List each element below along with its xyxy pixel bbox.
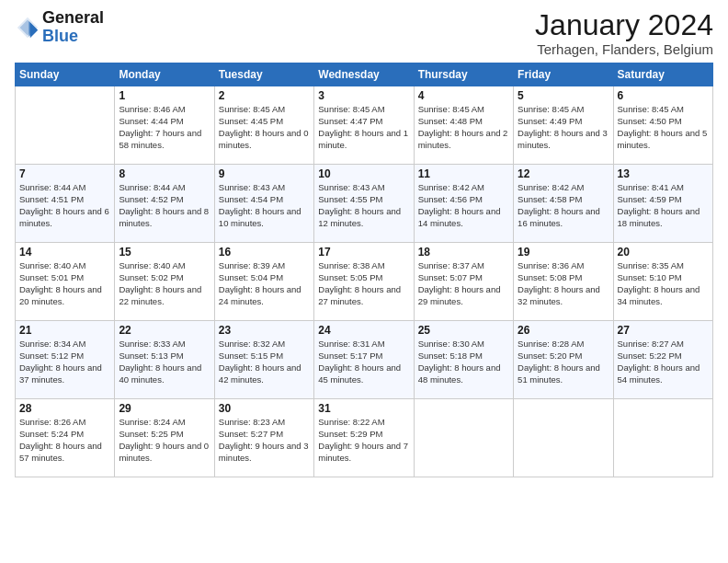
day-number: 21 <box>19 324 110 337</box>
day-number: 27 <box>618 324 709 337</box>
day-cell <box>16 86 115 165</box>
week-row-2: 7Sunrise: 8:44 AMSunset: 4:51 PMDaylight… <box>16 165 713 243</box>
day-info: Sunrise: 8:39 AMSunset: 5:04 PMDaylight:… <box>219 260 310 307</box>
col-header-thursday: Thursday <box>414 63 513 86</box>
day-number: 24 <box>318 324 409 337</box>
day-info: Sunrise: 8:38 AMSunset: 5:05 PMDaylight:… <box>318 260 409 307</box>
day-cell: 21Sunrise: 8:34 AMSunset: 5:12 PMDayligh… <box>16 321 115 399</box>
title-section: January 2024 Terhagen, Flanders, Belgium <box>535 9 713 57</box>
day-info: Sunrise: 8:22 AMSunset: 5:29 PMDaylight:… <box>318 417 409 464</box>
day-info: Sunrise: 8:44 AMSunset: 4:51 PMDaylight:… <box>19 182 110 229</box>
col-header-sunday: Sunday <box>16 63 115 86</box>
day-cell: 28Sunrise: 8:26 AMSunset: 5:24 PMDayligh… <box>16 399 115 477</box>
day-cell <box>414 399 513 477</box>
day-cell: 8Sunrise: 8:44 AMSunset: 4:52 PMDaylight… <box>115 165 214 243</box>
day-info: Sunrise: 8:46 AMSunset: 4:44 PMDaylight:… <box>119 104 210 151</box>
day-number: 4 <box>418 89 509 102</box>
day-info: Sunrise: 8:42 AMSunset: 4:56 PMDaylight:… <box>418 182 509 229</box>
day-info: Sunrise: 8:40 AMSunset: 5:01 PMDaylight:… <box>19 260 110 307</box>
day-number: 17 <box>318 246 409 259</box>
day-info: Sunrise: 8:31 AMSunset: 5:17 PMDaylight:… <box>318 339 409 385</box>
header-row: SundayMondayTuesdayWednesdayThursdayFrid… <box>16 63 713 86</box>
day-info: Sunrise: 8:34 AMSunset: 5:12 PMDaylight:… <box>19 339 110 385</box>
calendar-table: SundayMondayTuesdayWednesdayThursdayFrid… <box>15 63 713 477</box>
day-number: 6 <box>618 89 709 102</box>
day-info: Sunrise: 8:36 AMSunset: 5:08 PMDaylight:… <box>518 260 609 307</box>
day-info: Sunrise: 8:27 AMSunset: 5:22 PMDaylight:… <box>618 339 709 385</box>
col-header-tuesday: Tuesday <box>214 63 313 86</box>
logo-text: GeneralBlue <box>42 9 104 46</box>
day-number: 14 <box>19 246 110 259</box>
main-container: GeneralBlue January 2024 Terhagen, Fland… <box>0 0 728 487</box>
week-row-3: 14Sunrise: 8:40 AMSunset: 5:01 PMDayligh… <box>16 243 713 321</box>
logo: GeneralBlue <box>15 9 104 46</box>
day-number: 22 <box>119 324 210 337</box>
day-info: Sunrise: 8:45 AMSunset: 4:49 PMDaylight:… <box>518 104 609 151</box>
day-cell: 10Sunrise: 8:43 AMSunset: 4:55 PMDayligh… <box>314 165 414 243</box>
day-info: Sunrise: 8:45 AMSunset: 4:48 PMDaylight:… <box>418 104 509 151</box>
day-number: 11 <box>418 167 509 180</box>
day-info: Sunrise: 8:43 AMSunset: 4:54 PMDaylight:… <box>219 182 310 229</box>
day-info: Sunrise: 8:37 AMSunset: 5:07 PMDaylight:… <box>418 260 509 307</box>
day-number: 8 <box>119 167 210 180</box>
day-number: 5 <box>518 89 609 102</box>
day-number: 7 <box>19 167 110 180</box>
day-number: 9 <box>219 167 310 180</box>
day-info: Sunrise: 8:43 AMSunset: 4:55 PMDaylight:… <box>318 182 409 229</box>
day-cell: 15Sunrise: 8:40 AMSunset: 5:02 PMDayligh… <box>115 243 214 321</box>
day-cell: 9Sunrise: 8:43 AMSunset: 4:54 PMDaylight… <box>214 165 313 243</box>
day-cell: 5Sunrise: 8:45 AMSunset: 4:49 PMDaylight… <box>514 86 613 165</box>
day-number: 26 <box>518 324 609 337</box>
col-header-friday: Friday <box>514 63 613 86</box>
day-number: 13 <box>618 167 709 180</box>
day-number: 2 <box>219 89 310 102</box>
day-info: Sunrise: 8:44 AMSunset: 4:52 PMDaylight:… <box>119 182 210 229</box>
day-info: Sunrise: 8:35 AMSunset: 5:10 PMDaylight:… <box>618 260 709 307</box>
day-cell: 25Sunrise: 8:30 AMSunset: 5:18 PMDayligh… <box>414 321 513 399</box>
day-info: Sunrise: 8:32 AMSunset: 5:15 PMDaylight:… <box>219 339 310 385</box>
day-info: Sunrise: 8:45 AMSunset: 4:47 PMDaylight:… <box>318 104 409 151</box>
day-number: 20 <box>618 246 709 259</box>
day-cell: 31Sunrise: 8:22 AMSunset: 5:29 PMDayligh… <box>314 399 414 477</box>
day-number: 12 <box>518 167 609 180</box>
day-number: 25 <box>418 324 509 337</box>
day-number: 29 <box>119 402 210 415</box>
day-info: Sunrise: 8:28 AMSunset: 5:20 PMDaylight:… <box>518 339 609 385</box>
day-cell: 16Sunrise: 8:39 AMSunset: 5:04 PMDayligh… <box>214 243 313 321</box>
day-number: 1 <box>119 89 210 102</box>
day-number: 3 <box>318 89 409 102</box>
day-number: 15 <box>119 246 210 259</box>
day-number: 19 <box>518 246 609 259</box>
day-cell: 4Sunrise: 8:45 AMSunset: 4:48 PMDaylight… <box>414 86 513 165</box>
day-cell: 14Sunrise: 8:40 AMSunset: 5:01 PMDayligh… <box>16 243 115 321</box>
day-cell: 20Sunrise: 8:35 AMSunset: 5:10 PMDayligh… <box>613 243 712 321</box>
day-cell: 27Sunrise: 8:27 AMSunset: 5:22 PMDayligh… <box>613 321 712 399</box>
day-cell: 18Sunrise: 8:37 AMSunset: 5:07 PMDayligh… <box>414 243 513 321</box>
day-cell: 6Sunrise: 8:45 AMSunset: 4:50 PMDaylight… <box>613 86 712 165</box>
day-number: 28 <box>19 402 110 415</box>
day-cell: 30Sunrise: 8:23 AMSunset: 5:27 PMDayligh… <box>214 399 313 477</box>
day-cell: 23Sunrise: 8:32 AMSunset: 5:15 PMDayligh… <box>214 321 313 399</box>
day-number: 31 <box>318 402 409 415</box>
day-cell: 3Sunrise: 8:45 AMSunset: 4:47 PMDaylight… <box>314 86 414 165</box>
week-row-1: 1Sunrise: 8:46 AMSunset: 4:44 PMDaylight… <box>16 86 713 165</box>
day-info: Sunrise: 8:41 AMSunset: 4:59 PMDaylight:… <box>618 182 709 229</box>
day-cell: 22Sunrise: 8:33 AMSunset: 5:13 PMDayligh… <box>115 321 214 399</box>
day-info: Sunrise: 8:26 AMSunset: 5:24 PMDaylight:… <box>19 417 110 464</box>
day-info: Sunrise: 8:23 AMSunset: 5:27 PMDaylight:… <box>219 417 310 464</box>
day-cell: 13Sunrise: 8:41 AMSunset: 4:59 PMDayligh… <box>613 165 712 243</box>
day-cell: 24Sunrise: 8:31 AMSunset: 5:17 PMDayligh… <box>314 321 414 399</box>
day-cell: 26Sunrise: 8:28 AMSunset: 5:20 PMDayligh… <box>514 321 613 399</box>
day-cell: 19Sunrise: 8:36 AMSunset: 5:08 PMDayligh… <box>514 243 613 321</box>
day-cell <box>613 399 712 477</box>
location: Terhagen, Flanders, Belgium <box>535 41 713 57</box>
day-cell: 1Sunrise: 8:46 AMSunset: 4:44 PMDaylight… <box>115 86 214 165</box>
week-row-4: 21Sunrise: 8:34 AMSunset: 5:12 PMDayligh… <box>16 321 713 399</box>
month-title: January 2024 <box>535 9 713 41</box>
header: GeneralBlue January 2024 Terhagen, Fland… <box>15 9 713 57</box>
day-info: Sunrise: 8:30 AMSunset: 5:18 PMDaylight:… <box>418 339 509 385</box>
day-number: 30 <box>219 402 310 415</box>
day-info: Sunrise: 8:33 AMSunset: 5:13 PMDaylight:… <box>119 339 210 385</box>
day-number: 10 <box>318 167 409 180</box>
col-header-monday: Monday <box>115 63 214 86</box>
